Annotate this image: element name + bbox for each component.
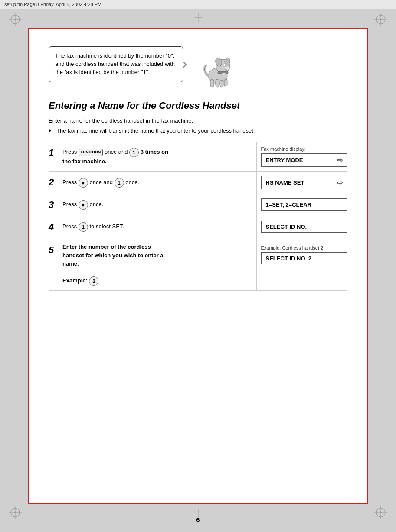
lcd-display-2: HS NAME SET ⇨	[261, 176, 348, 189]
lcd-text-1: ENTRY MODE	[266, 157, 303, 163]
mascot-area	[196, 46, 239, 91]
nav-button-icon-2a: ▾	[79, 178, 88, 188]
svg-point-15	[380, 512, 382, 513]
lcd-text-2: HS NAME SET	[266, 179, 304, 186]
step-row-2: 2 Press ▾ once and 1 once. HS NAME SET ⇨	[49, 172, 347, 194]
bullet-text: The fax machine will transmit the name t…	[56, 127, 255, 134]
step-num-3: 3	[49, 194, 61, 216]
lcd-display-1: ENTRY MODE ⇨	[261, 153, 348, 167]
step-row-4: 4 Press 1 to select SET. SELECT ID NO.	[49, 216, 347, 238]
step-desc-4: Press 1 to select SET.	[61, 216, 256, 238]
speech-bubble-area: The fax machine is identified by the num…	[49, 46, 347, 91]
number-1-button-icon-2b: 1	[115, 178, 124, 188]
lcd-text-5: SELECT ID NO. 2	[266, 255, 311, 262]
header-bar: setup.fm Page 8 Friday, April 5, 2002 4:…	[0, 0, 396, 9]
svg-point-31	[225, 66, 230, 70]
step-desc-2: Press ▾ once and 1 once.	[61, 172, 256, 194]
svg-rect-28	[216, 79, 219, 87]
step-display-4: SELECT ID NO.	[256, 216, 347, 238]
reg-mark-top	[194, 13, 203, 23]
lcd-display-4: SELECT ID NO.	[261, 221, 348, 233]
step-num-1: 1	[49, 142, 61, 172]
lcd-arrow-2: ⇨	[337, 178, 343, 187]
step-num-2: 2	[49, 172, 61, 194]
step-num-5: 5	[49, 238, 61, 291]
step-display-5: Example: Cordless handset 2 SELECT ID NO…	[256, 238, 347, 291]
page-number: 6	[0, 516, 396, 523]
mascot-dog-icon	[196, 46, 239, 90]
step-desc-1: Press FUNCTION once and 1 3 times onthe …	[61, 142, 256, 172]
step-display-2: HS NAME SET ⇨	[256, 172, 347, 194]
file-info-text: setup.fm Page 8 Friday, April 5, 2002 4:…	[4, 2, 101, 7]
lcd-text-3: 1=SET, 2=CLEAR	[266, 201, 312, 208]
svg-point-7	[380, 19, 382, 20]
step-desc-3: Press ▾ once.	[61, 194, 256, 216]
step-display-3: 1=SET, 2=CLEAR	[256, 194, 347, 216]
lcd-display-5: SELECT ID NO. 2	[261, 252, 348, 264]
svg-point-25	[225, 65, 226, 66]
step-row-3: 3 Press ▾ once. 1=SET, 2=CLEAR	[49, 194, 347, 216]
speech-bubble-text: The fax machine is identified by the num…	[55, 52, 175, 75]
example-label-5: Example: Cordless handset 2	[261, 245, 348, 250]
intro-text: Enter a name for the cordless handset in…	[49, 117, 347, 124]
number-2-button-icon-5: 2	[89, 276, 98, 286]
step-row-1: 1 Press FUNCTION once and 1 3 times onth…	[49, 142, 347, 172]
lcd-display-3: 1=SET, 2=CLEAR	[261, 198, 348, 211]
svg-rect-33	[222, 73, 226, 75]
svg-rect-27	[210, 79, 214, 87]
step-num-4: 4	[49, 216, 61, 238]
steps-table: 1 Press FUNCTION once and 1 3 times onth…	[49, 142, 347, 291]
nav-button-icon-3: ▾	[79, 200, 88, 210]
lcd-arrow-1: ⇨	[337, 156, 343, 164]
svg-rect-30	[224, 79, 227, 86]
section-title: Entering a Name for the Cordless Handset	[49, 100, 347, 111]
bullet-item: The fax machine will transmit the name t…	[49, 127, 347, 134]
lcd-text-4: SELECT ID NO.	[266, 224, 307, 230]
content-card: The fax machine is identified by the num…	[28, 28, 368, 504]
function-button-icon: FUNCTION	[79, 149, 103, 156]
svg-point-11	[14, 512, 16, 513]
svg-point-3	[14, 19, 16, 20]
number-1-button-icon: 1	[129, 148, 139, 157]
step-display-1: Fax machine display: ENTRY MODE ⇨	[256, 142, 347, 172]
reg-mark-tl	[9, 13, 22, 26]
speech-bubble: The fax machine is identified by the num…	[49, 46, 183, 82]
reg-mark-tr	[374, 13, 387, 26]
svg-rect-29	[220, 80, 223, 87]
display-label-1: Fax machine display:	[261, 146, 348, 152]
step-desc-5: Enter the number of the cordlesshandset …	[61, 238, 256, 291]
number-1-button-icon-4: 1	[79, 222, 88, 232]
step-row-5: 5 Enter the number of the cordlesshandse…	[49, 238, 347, 291]
